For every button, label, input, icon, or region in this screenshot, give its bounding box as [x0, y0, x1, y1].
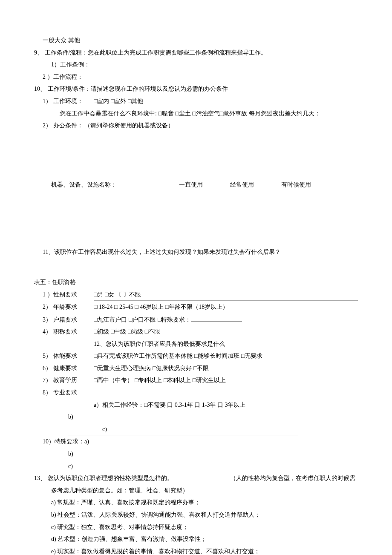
q13-e: e) 现实型：喜欢做看得见摸的着的事情、喜欢和物打交道、不喜欢和人打交道；	[34, 546, 358, 555]
special-req-blank[interactable]	[191, 314, 242, 322]
t5-r1-label: 1 ）性别要求	[43, 289, 94, 301]
usage-c2: 经常使用	[230, 179, 281, 191]
q10-env-row: 1） 工作环境： □室内 □室外 □其他	[34, 96, 358, 107]
t5-title: 表五：任职资格	[34, 277, 358, 288]
t5-r3-label: 3） 户籍要求	[43, 314, 94, 326]
t5-r9a[interactable]: a）相关工作经验：□不需要 口 0.3-1年 口 1-3年 口 3年以上	[34, 400, 358, 411]
usage-name-header: 机器、设备、设施名称：	[51, 179, 179, 191]
t5-r4-label: 4） 职称要求	[43, 326, 94, 338]
q10-title: 10、 工作环境/条件：请描述您现在工作的环境以及您认为必需的办公条件	[34, 83, 358, 95]
q10-env-label: 1） 工作环境：	[43, 96, 94, 107]
t5-r5-opts[interactable]: □具有完成该职位工作所需的基本体能 □能够长时间加班 □无要求	[94, 351, 358, 362]
t5-r8-label: 8） 专业要求	[43, 387, 94, 399]
q13-b: b) 社会型：活泼、人际关系较好、协调沟通能力强、喜欢和人打交道并帮助人；	[34, 509, 358, 521]
q13-title-cont: 多考虑几种类型的复合。如：管理、社会、研究型）	[34, 485, 358, 497]
q13-d: d) 艺术型：创造力强、想象丰富、富有激情、做事没常性；	[34, 534, 358, 545]
usage-header-row: 机器、设备、设施名称： 一直使用 经常使用 有时候使用	[34, 179, 358, 191]
t5-r7-opts[interactable]: □高中（中专） □专科以上 □本科以上 □研究生以上	[94, 375, 358, 386]
q10-office: 2） 办公条件： （请列举你所使用的机器或设备）	[34, 120, 358, 132]
q10-exposure[interactable]: 您在工作中会暴露在什么不良环境中: □噪音 □尘土 □污浊空气□意外事故 每月您…	[34, 108, 358, 120]
t5-r2-label: 2） 年龄要求	[43, 302, 94, 313]
t5-r1-opts[interactable]: □男 □女 〔 〕不限	[94, 289, 358, 301]
t5-r4-opts[interactable]: □初级 □中级 □岗级 □不限	[94, 326, 358, 338]
t5-r10a: 10）特殊要求：a)	[34, 436, 358, 448]
t5-r1: 1 ）性别要求 □男 □女 〔 〕不限	[34, 289, 358, 301]
header-line: 一般大众 其他	[34, 35, 358, 46]
t5-r2: 2） 年龄要求 □ 18-24 □ 25-45 □ 46岁以上 □年龄不限（18…	[34, 302, 358, 313]
q13-title-b: （人的性格均为复合型，在考虑任职人的时候需	[205, 473, 355, 484]
usage-c1: 一直使用	[179, 179, 230, 191]
q9-title: 9、 工作条件/流程：您在此职位上为完成工作职责需要哪些工作条例和流程来指导工作…	[34, 47, 358, 59]
q10-env-opts[interactable]: □室内 □室外 □其他	[94, 96, 143, 107]
t5-q12: 12、您认为该职位任职者应具备的最低要求是什么	[34, 339, 358, 350]
t5-r6: 6） 健康要求 □无重大生理心理疾病 □健康状况良好 □不限	[34, 363, 358, 374]
t5-r5-label: 5） 体能要求	[43, 351, 94, 362]
q9-b: 2 ）工作流程：	[34, 72, 358, 83]
q13-title-row: 13、 您认为该职位任职者理想的性格类型是怎样的。 （人的性格均为复合型，在考虑…	[34, 473, 358, 484]
t5-r3: 3） 户籍要求 □九江市户口 □户口不限 □特殊要求：	[34, 314, 358, 325]
t5-r10b: b)	[34, 449, 358, 460]
t5-r9c: c)	[68, 424, 298, 436]
q11: 11、该职位在工作容易出现什么过失，上述过失如何发现？如果未发现过失会有什么后果…	[34, 247, 358, 258]
t5-r10c: c)	[34, 461, 358, 472]
t5-r9b: b)	[34, 411, 358, 423]
q13-title-a: 13、 您认为该职位任职者理想的性格类型是怎样的。	[34, 473, 205, 484]
t5-r5: 5） 体能要求 □具有完成该职位工作所需的基本体能 □能够长时间加班 □无要求	[34, 351, 358, 362]
t5-r6-opts[interactable]: □无重大生理心理疾病 □健康状况良好 □不限	[94, 363, 358, 374]
t5-r7-label: 7） 教育学历	[43, 375, 94, 386]
usage-c3: 有时候使用	[281, 179, 332, 191]
t5-r8: 8） 专业要求	[34, 387, 358, 399]
q13-a: a) 常规型：严谨、认真、喜欢按常规和既定的程序办事；	[34, 497, 358, 509]
t5-r4: 4） 职称要求 □初级 □中级 □岗级 □不限	[34, 326, 358, 338]
t5-r2-opts[interactable]: □ 18-24 □ 25-45 □ 46岁以上 □年龄不限（18岁以上）	[94, 302, 358, 313]
q13-c: c) 研究型：独立、喜欢思考、对事情总持怀疑态度；	[34, 522, 358, 533]
q9-a: 1）工作条例：	[34, 59, 358, 71]
t5-r3-opts[interactable]: □九江市户口 □户口不限 □特殊要求：	[94, 314, 358, 325]
t5-r6-label: 6） 健康要求	[43, 363, 94, 374]
t5-r7: 7） 教育学历 □高中（中专） □专科以上 □本科以上 □研究生以上	[34, 375, 358, 386]
